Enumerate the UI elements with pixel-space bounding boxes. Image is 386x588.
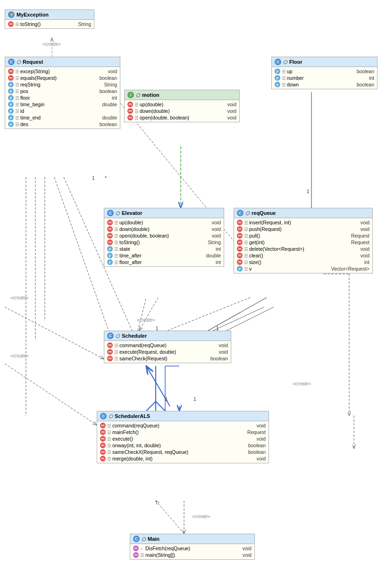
elevator-header: C ⬡ Elevator (104, 208, 224, 218)
create-label-3: «create» (10, 353, 29, 358)
motion-name: motion (142, 92, 159, 98)
member-down: m ☰ down(double) void (126, 108, 237, 114)
icon-m-elev-up: m (107, 220, 113, 225)
class-motion: I ⬡ motion m ☰ up(double) void m ☰ down(… (124, 90, 240, 122)
member-rq-size: m ☰ size() int (236, 259, 370, 265)
myexception-name: MyException (17, 12, 49, 17)
schedulerals-type-badge: C (100, 413, 107, 419)
motion-stereotype: ⬡ (136, 93, 140, 98)
schedulerals-name: SchedulerALS (115, 413, 150, 419)
reqqueue-members: m ☰ insert(Request, int) void m ☰ push(R… (234, 218, 372, 273)
member-main-main: m ☰ main(String[]) void (132, 552, 252, 558)
schedulerals-stereotype: ⬡ (109, 414, 113, 419)
request-members: m ☰ excep(String) void m ☰ equals(Reques… (5, 67, 120, 128)
svg-line-10 (139, 298, 158, 331)
request-header: C ⬡ Request (5, 57, 120, 67)
member-sals-onway: m ☰ onway(int, int, double) boolean (99, 442, 267, 449)
member-sals-samecheckx: m ☰ sameCheckX(Request, reqQueue) boolea… (99, 449, 267, 455)
myexception-members: m ☰ toString() String (5, 20, 94, 28)
main-members: m ○ DisFetch(reqQueue) void m ☰ main(Str… (130, 544, 254, 559)
mult-1: 1 (92, 176, 95, 181)
member-main-disfetch: m ○ DisFetch(reqQueue) void (132, 545, 252, 552)
icon-m-sals-command: m (100, 423, 106, 428)
icon-m-open: m (127, 115, 133, 120)
class-schedulerals: C ⬡ SchedulerALS m ☰ command(reqQueue) v… (97, 411, 269, 463)
scheduler-header: C ⬡ Scheduler (104, 331, 231, 341)
icon-m-sals-mainfetch: m (100, 429, 106, 435)
member-rq-delete: m ☰ delete(Vector<Request>) void (236, 246, 370, 252)
icon-m-up: m (127, 102, 133, 107)
create-label-2: «create» (10, 295, 29, 300)
member-rq-v: p ☰ v Vector<Request> (236, 265, 370, 272)
class-scheduler: C ⬡ Scheduler m ☰ command(reqQueue) void… (104, 331, 231, 363)
icon-p-floornumber: p (275, 75, 280, 81)
member-des: p ☰ des boolean (7, 121, 118, 128)
scheduler-name: Scheduler (122, 333, 147, 339)
schedulerals-header: C ⬡ SchedulerALS (97, 411, 269, 421)
request-stereotype: ⬡ (17, 60, 21, 65)
member-sch-execute: m ☰ execute(Request, double) void (106, 349, 229, 355)
member-rq-insert: m ☰ insert(Request, int) void (236, 219, 370, 226)
icon-m-sch-command: m (107, 342, 113, 348)
icon-m-equals: m (8, 75, 14, 81)
floor-members: p ☰ up boolean p ☰ number int p ☰ down b… (272, 67, 377, 89)
member-pos: p ☰ pos boolean (7, 88, 118, 94)
icon-m-sals-merge: m (100, 456, 106, 461)
floor-type-badge: C (275, 59, 281, 65)
scheduler-stereotype: ⬡ (116, 333, 120, 339)
reqqueue-name: reqQueue (252, 210, 276, 216)
icon-m-sch-samecheck: m (107, 356, 113, 361)
class-floor: C ⬡ Floor p ☰ up boolean p ☰ number int … (271, 57, 378, 89)
reqqueue-type-badge: C (237, 210, 243, 216)
icon-p-reqstring: p (8, 82, 14, 87)
floor-stereotype: ⬡ (283, 60, 287, 65)
class-elevator: C ⬡ Elevator m ☰ up(double) void m ☰ dow… (104, 208, 224, 267)
main-type-badge: C (133, 536, 140, 542)
elevator-members: m ☰ up(double) void m ☰ down(double) voi… (104, 218, 224, 266)
member-floor-down: p ☰ down boolean (274, 81, 375, 88)
icon-p-floorup: p (275, 68, 280, 74)
myexception-header: ⚡ MyException (5, 10, 94, 20)
member-elev-tostring: m ☰ toString() String (106, 239, 222, 246)
scheduler-type-badge: C (107, 332, 114, 339)
icon-m-excep: m (8, 68, 14, 74)
icon-m-rq-clear: m (237, 253, 243, 258)
member-elev-down: m ☰ down(double) void (106, 226, 222, 232)
icon-p-elev-timeafter: p (107, 253, 113, 258)
motion-type-badge: I (127, 92, 134, 98)
member-sals-merge: m ☰ merge(double, int) void (99, 455, 267, 462)
create-label-8: «create» (192, 514, 210, 519)
motion-members: m ☰ up(double) void m ☰ down(double) voi… (125, 100, 239, 122)
member-elev-floorafter: p ☰ floor_after int (106, 259, 222, 265)
floor-name: Floor (289, 59, 302, 65)
main-stereotype: ⬡ (142, 537, 146, 542)
mult-1h: 1 (193, 397, 196, 402)
svg-line-25 (5, 364, 97, 425)
member-elev-up: m ☰ up(double) void (106, 219, 222, 226)
member-rq-push: m ☰ push(Request) void (236, 226, 370, 232)
member-time-begin: p ☰ time_begin double (7, 101, 118, 108)
member-sch-command: m ☰ command(reqQueue) void (106, 342, 229, 349)
myexception-type-badge: ⚡ (8, 11, 15, 18)
svg-line-8 (54, 177, 109, 331)
reqqueue-header: C ⬡ reqQueue (234, 208, 372, 218)
icon-m-rq-get: m (237, 239, 243, 245)
member-up: m ☰ up(double) void (126, 101, 237, 108)
icon-m-rq-delete: m (237, 246, 243, 252)
reqqueue-stereotype: ⬡ (245, 211, 250, 216)
motion-header: I ⬡ motion (125, 90, 239, 100)
icon-pm-main: m (133, 552, 139, 558)
member-sals-mainfetch: m ☰ mainFetch() Request (99, 429, 267, 435)
member-floor: p ☰ floor int (7, 94, 118, 101)
icon-p-des: p (8, 121, 14, 127)
icon-p-timeend: p (8, 115, 14, 120)
scheduler-members: m ☰ command(reqQueue) void m ☰ execute(R… (104, 341, 231, 363)
member-floor-number: p ☰ number int (274, 75, 375, 81)
member-excep: m ☰ excep(String) void (7, 68, 118, 75)
floor-header: C ⬡ Floor (272, 57, 377, 67)
svg-line-24 (5, 307, 104, 359)
icon-p-id: p (8, 108, 14, 114)
member-reqstring: p ☰ reqString String (7, 81, 118, 88)
icon-m-rq-push: m (237, 226, 243, 232)
create-label-1: «create» (42, 42, 61, 47)
